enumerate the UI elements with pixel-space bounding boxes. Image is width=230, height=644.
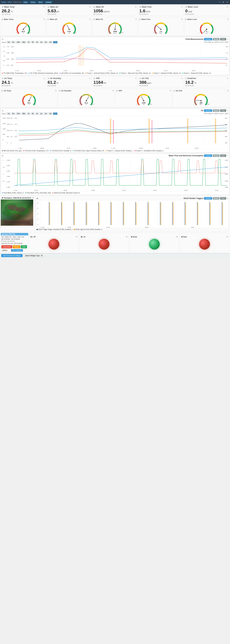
light-gear-extst[interactable]: ⚙ (176, 236, 178, 238)
air-widget-gear-3[interactable]: ⚙ (181, 78, 182, 80)
water-widget-water-ph: ⊞ Water pH ⚙ 5.63 pH 6/2 22:06:42 (47, 5, 92, 16)
dslr-reset-btn[interactable]: Reset (213, 197, 220, 200)
light-gear-lr[interactable]: ⚙ (126, 236, 127, 238)
air-reset-btn[interactable]: Reset (213, 109, 220, 112)
setpoint-input[interactable] (2, 249, 11, 252)
gauge-gear-2[interactable]: ⚙ (135, 18, 137, 20)
water-widget-gear-1[interactable]: ⚙ (89, 6, 91, 8)
air-zoom-30m-btn[interactable]: 30m (21, 112, 26, 115)
water-widget-gear-4[interactable]: ⚙ (227, 6, 228, 8)
light-gear-hum[interactable]: ⚙ (226, 236, 228, 238)
air-update-btn[interactable]: Update (204, 109, 212, 112)
air-legend-color-5 (134, 150, 136, 151)
wf-legend-color-2 (52, 193, 54, 193)
air-gauge-gear-1[interactable]: ⚙ (112, 90, 114, 92)
setup-menu-btn[interactable]: Setup (30, 1, 36, 4)
water-gauge-water-level: ⊞ Water Level ⚙ 0 bool 0 1 (184, 17, 229, 36)
fluid-hide-btn[interactable]: Hide (220, 38, 226, 40)
air-gauge-gear-3[interactable]: ⚙ (227, 90, 228, 92)
fluid-legend-label-3: Pump 1 – Acid (pH Down) (CH0), Volume, m… (87, 72, 118, 74)
wf-reset-btn[interactable]: Reset (213, 154, 220, 157)
zoom-5m-btn[interactable]: 5m (11, 41, 15, 43)
gauge-title-1: Water pH (50, 18, 57, 20)
water-widget-gear-0[interactable]: ⚙ (43, 6, 45, 8)
air-zoom-full-btn[interactable]: Full (53, 112, 57, 115)
svg-text:40: 40 (29, 32, 31, 34)
air-zoom-5m-btn[interactable]: 5m (11, 112, 15, 115)
more-menu-btn[interactable]: More (38, 1, 44, 4)
svg-text:0: 0 (7, 142, 8, 144)
gauge-gear-4[interactable]: ⚙ (227, 18, 228, 20)
timelapse-gear[interactable]: ⚙ (32, 197, 34, 199)
wf-chart-gear[interactable]: ⚙ (227, 155, 228, 157)
gauge-gear-0[interactable]: ⚙ (43, 18, 45, 20)
gauge-gear-1[interactable]: ⚙ (89, 18, 91, 20)
zoom-15m-btn[interactable]: 15m (16, 41, 21, 43)
air-zoom-6h-btn[interactable]: 6h (31, 112, 35, 115)
air-hide-btn[interactable]: Hide (220, 109, 226, 112)
zoom-full-btn[interactable]: Full (53, 41, 57, 43)
dslr-update-btn[interactable]: Update (204, 197, 212, 200)
data-menu-btn[interactable]: Data (23, 1, 28, 4)
svg-point-9 (69, 29, 70, 30)
close-icon[interactable]: ✕ (226, 1, 228, 4)
water-widget-gear-3[interactable]: ⚙ (181, 6, 182, 8)
zoom-30m-btn[interactable]: 30m (21, 41, 26, 43)
air-zoom-1m-btn[interactable]: 1m (7, 112, 11, 115)
gauge-container-3: 1.6 l/min 0 5 (139, 21, 183, 35)
light-grid-lr: ⊞ (81, 236, 82, 238)
light-card-extst: ⊞ Extst ⚙ (129, 233, 179, 252)
wf-update-btn[interactable]: Update (204, 154, 212, 157)
air-chart-gear[interactable]: ⚙ (227, 110, 228, 112)
air-zoom-1d-btn[interactable]: 1d (35, 112, 39, 115)
svg-rect-174 (4, 221, 30, 224)
light-gear-lw[interactable]: ⚙ (76, 236, 77, 238)
dslr-legend: DSLR Trigger Stage 2 (shutter) (CH0), Du… (37, 228, 228, 230)
zoom-3m-btn[interactable]: 3m (49, 41, 53, 43)
settings-icon[interactable]: ⚙ (222, 1, 224, 4)
light-title-hum: Hum (183, 236, 187, 238)
fluid-update-btn[interactable]: Update (204, 38, 212, 40)
deactivate-btn[interactable]: Deactivate (2, 245, 12, 248)
fluid-chart-gear[interactable]: ⚙ (227, 38, 228, 40)
air-zoom-1w-btn[interactable]: 1w (39, 112, 43, 115)
air-gauge-gear-2[interactable]: ⚙ (170, 90, 171, 92)
air-widget-gear-2[interactable]: ⚙ (135, 78, 137, 80)
air-zoom-1h-btn[interactable]: 1h (27, 112, 31, 115)
zoom-1m-btn[interactable]: 1m (7, 41, 11, 43)
light-title-lw: L W (33, 236, 36, 238)
widget-type-select[interactable]: Select Widget Type (24, 254, 43, 257)
fluid-reset-btn[interactable]: Reset (213, 38, 220, 40)
wf-chart-legend: Flow Meter (CH0), Volume, 0Flow Meter (C… (2, 192, 228, 194)
zoom-1w-btn[interactable]: 1w (39, 41, 43, 43)
zoom-6h-btn[interactable]: 6h (31, 41, 35, 43)
svg-text:100: 100 (92, 104, 94, 105)
zoom-1h-btn[interactable]: 1h (27, 41, 31, 43)
gauge-gear-3[interactable]: ⚙ (181, 18, 183, 20)
default-btn[interactable]: Default (45, 1, 52, 4)
air-widget-gear-4[interactable]: ⚙ (227, 78, 228, 80)
svg-text:1164: 1164 (142, 102, 146, 104)
hold-btn[interactable]: Hold (21, 245, 27, 248)
water-widget-gear-2[interactable]: ⚙ (135, 6, 137, 8)
air-zoom-15m-btn[interactable]: 15m (16, 112, 21, 115)
wf-hide-btn[interactable]: Hide (220, 154, 226, 157)
set-setpoint-btn[interactable]: Set Setpoint (11, 249, 23, 252)
zoom-1mo-btn[interactable]: 1m (44, 41, 48, 43)
add-widget-btn[interactable]: Add Dashboard Widget (1, 254, 23, 257)
water-flow-chart-panel: ⊞ Water Flow and Electrical Consumption … (1, 153, 229, 195)
air-widget-gear-1[interactable]: ⚙ (89, 78, 91, 80)
grid-icon-4: ⊞ (185, 6, 187, 8)
dslr-gear[interactable]: ⚙ (227, 198, 228, 200)
dslr-hide-btn[interactable]: Hide (220, 197, 226, 200)
svg-text:Pa: Pa (143, 104, 144, 105)
wf-chart-svg: 2 1.6 1 0.4 1.608 1.604 1.600 1.596 1.59… (2, 158, 228, 192)
zoom-1d-btn[interactable]: 1d (35, 41, 39, 43)
pause-btn[interactable]: Pause (13, 245, 20, 248)
air-zoom-3m-btn[interactable]: 3m (49, 112, 53, 115)
air-gauge-gear-0[interactable]: ⚙ (55, 90, 57, 92)
air-widget-title-4: DewPoint (188, 77, 196, 80)
air-widget-gear-0[interactable]: ⚙ (43, 78, 45, 80)
air-zoom-1mo-btn[interactable]: 1m (44, 112, 48, 115)
help-icon[interactable]: ? (219, 1, 220, 4)
